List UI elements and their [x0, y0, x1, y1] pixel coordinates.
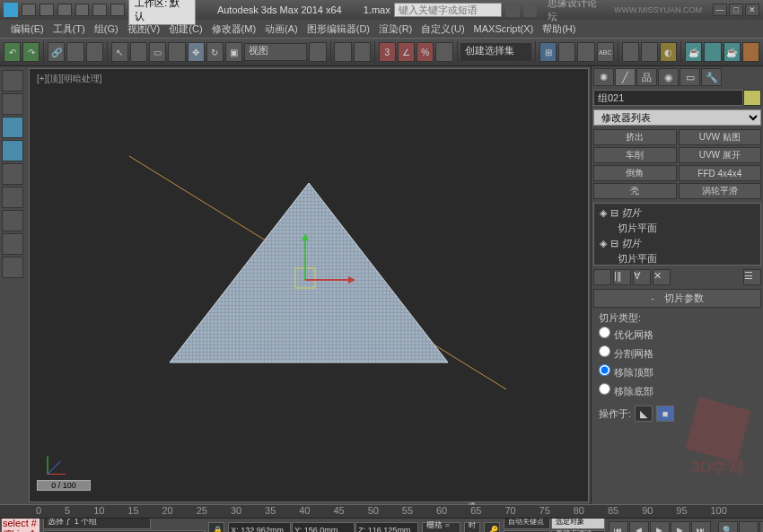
angle-snap-icon[interactable]: ∠: [398, 42, 415, 62]
undo-icon[interactable]: ↶: [4, 42, 21, 62]
named-selection-dropdown[interactable]: 创建选择集: [460, 43, 531, 61]
show-end-icon[interactable]: |‖: [613, 269, 631, 285]
y-coord[interactable]: Y: 156.0mm: [292, 522, 355, 533]
motion-tab[interactable]: ◉: [658, 68, 679, 86]
configure-sets-icon[interactable]: ☰: [743, 269, 761, 285]
maxscript-listener[interactable]: select #($Line1欢迎使用 MAXScr: [2, 517, 39, 533]
bevel-button[interactable]: 倒角: [593, 165, 677, 181]
display-tab[interactable]: ▭: [680, 68, 700, 86]
turbosmooth-button[interactable]: 涡轮平滑: [679, 183, 762, 199]
stack-subitem[interactable]: 切片平面: [596, 251, 759, 266]
menu-help[interactable]: 帮助(H): [539, 21, 579, 38]
viewport[interactable]: [+][顶][明暗处理] 0 / 100: [29, 68, 589, 502]
modify-tab[interactable]: ╱: [615, 68, 636, 86]
operate-face-icon[interactable]: ◣: [635, 406, 653, 422]
move-icon[interactable]: ✥: [188, 42, 205, 62]
render-production-icon[interactable]: ☕: [724, 42, 741, 62]
lathe-button[interactable]: 车削: [593, 147, 677, 163]
zoom-icon[interactable]: 🔍: [718, 521, 738, 533]
tool-icon[interactable]: [2, 257, 23, 278]
timeline-ruler[interactable]: 0510152025303540455055606570758085909510…: [0, 505, 763, 519]
uvwunwrap-button[interactable]: UVW 展开: [679, 147, 762, 163]
select-manipulate-icon[interactable]: [334, 42, 351, 62]
menu-edit[interactable]: 编辑(E): [7, 21, 48, 38]
time-tag-button[interactable]: 添加时间标记: [464, 522, 480, 533]
time-slider[interactable]: 0 / 100: [37, 480, 581, 491]
key-lock-icon[interactable]: 🔑: [484, 522, 500, 533]
qat-button[interactable]: [39, 4, 54, 16]
qat-button[interactable]: [75, 4, 90, 16]
qat-button[interactable]: [57, 4, 72, 16]
modifier-stack[interactable]: ◈⊟ 切片 切片平面 ◈⊟ 切片 切片平面: [593, 203, 761, 266]
ref-coord-dropdown[interactable]: 视图: [244, 43, 307, 61]
goto-end-icon[interactable]: ⏭: [691, 521, 711, 533]
redo-icon[interactable]: ↷: [22, 42, 39, 62]
select-name-icon[interactable]: [130, 42, 147, 62]
radio-split[interactable]: 分割网格: [599, 344, 756, 362]
render-frame-icon[interactable]: [704, 42, 721, 62]
tool-icon[interactable]: [2, 163, 23, 185]
viewport-layout-icon[interactable]: [2, 70, 23, 92]
zoom-extents-icon[interactable]: [759, 521, 763, 533]
keyboard-shortcut-icon[interactable]: [354, 42, 371, 62]
next-frame-icon[interactable]: ▶: [671, 521, 690, 533]
tool-icon[interactable]: [2, 117, 23, 138]
align-icon[interactable]: [558, 42, 575, 62]
select-icon[interactable]: ↖: [111, 42, 128, 62]
stack-item[interactable]: ◈⊟ 切片: [596, 205, 759, 221]
radio-remove-bottom[interactable]: 移除底部: [599, 381, 756, 400]
goto-start-icon[interactable]: ⏮: [609, 521, 628, 533]
abc-icon[interactable]: ABC: [597, 42, 614, 62]
extrude-button[interactable]: 挤出: [593, 129, 677, 145]
schematic-icon[interactable]: [641, 42, 658, 62]
stack-item[interactable]: ◈⊟ 切片: [596, 236, 759, 251]
render-icon[interactable]: [742, 42, 759, 62]
pivot-icon[interactable]: [309, 42, 326, 62]
tool-icon[interactable]: [2, 187, 23, 208]
render-setup-icon[interactable]: ☕: [685, 42, 702, 62]
close-button[interactable]: ✕: [745, 4, 759, 16]
minimize-button[interactable]: —: [713, 4, 727, 16]
menu-animation[interactable]: 动画(A): [261, 21, 302, 38]
make-unique-icon[interactable]: ∀: [633, 269, 651, 285]
object-name-input[interactable]: [593, 90, 743, 106]
zoom-all-icon[interactable]: [739, 521, 759, 533]
menu-create[interactable]: 创建(C): [165, 21, 206, 38]
material-editor-icon[interactable]: ◐: [660, 42, 677, 62]
layer-icon[interactable]: [577, 42, 594, 62]
radio-remove-top[interactable]: 移除顶部: [599, 362, 756, 381]
menu-rendering[interactable]: 渲染(R): [375, 21, 416, 38]
x-coord[interactable]: X: 132.962mm: [228, 522, 291, 533]
curve-editor-icon[interactable]: [622, 42, 639, 62]
unlink-icon[interactable]: [66, 42, 83, 62]
menu-group[interactable]: 组(G): [91, 21, 122, 38]
bind-icon[interactable]: [86, 42, 103, 62]
tool-icon[interactable]: [2, 233, 23, 255]
remove-mod-icon[interactable]: ✕: [653, 269, 671, 285]
tool-icon[interactable]: [2, 140, 23, 161]
prev-frame-icon[interactable]: ◀: [629, 521, 649, 533]
create-tab[interactable]: ✺: [593, 68, 614, 86]
help-search-input[interactable]: [394, 3, 502, 17]
object-color-swatch[interactable]: [743, 90, 761, 106]
help-icon[interactable]: [523, 3, 538, 17]
tool-icon[interactable]: [2, 210, 23, 231]
menu-modifiers[interactable]: 修改器(M): [208, 21, 260, 38]
qat-button[interactable]: [110, 4, 125, 16]
operate-poly-icon[interactable]: ■: [656, 406, 674, 422]
radio-optimize[interactable]: 优化网格: [599, 325, 756, 344]
hierarchy-tab[interactable]: 品: [636, 68, 657, 86]
window-crossing-icon[interactable]: [168, 42, 185, 62]
pin-stack-icon[interactable]: [593, 269, 611, 285]
mirror-icon[interactable]: ⊞: [539, 42, 557, 62]
play-icon[interactable]: ▶: [650, 521, 670, 533]
qat-button[interactable]: [22, 4, 36, 16]
qat-button[interactable]: [92, 4, 107, 16]
menu-grapheditors[interactable]: 图形编辑器(D): [303, 21, 373, 38]
maximize-button[interactable]: □: [729, 4, 743, 16]
stack-subitem[interactable]: 切片平面: [596, 221, 759, 236]
rotate-icon[interactable]: ↻: [206, 42, 224, 62]
uvwmap-button[interactable]: UVW 贴图: [679, 129, 762, 145]
link-icon[interactable]: 🔗: [48, 42, 65, 62]
viewport-label[interactable]: [+][顶][明暗处理]: [37, 73, 102, 85]
